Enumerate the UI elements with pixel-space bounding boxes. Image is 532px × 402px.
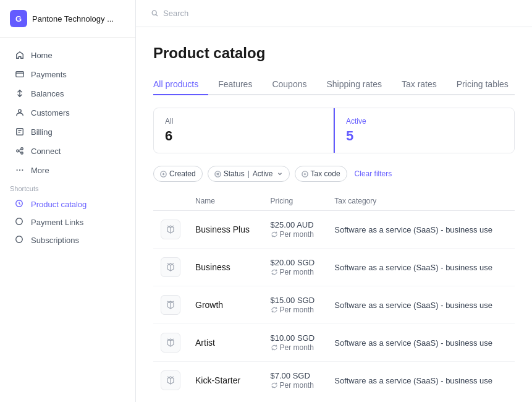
sidebar-item-more[interactable]: More bbox=[5, 161, 130, 179]
product-name: Business Plus bbox=[195, 225, 250, 234]
filter-created[interactable]: Created bbox=[153, 166, 203, 182]
home-icon bbox=[15, 50, 25, 60]
main-content: Search Product catalog All products Feat… bbox=[136, 0, 532, 402]
sidebar-item-customers[interactable]: Customers bbox=[5, 103, 130, 122]
box-icon bbox=[166, 262, 175, 272]
recurring-icon bbox=[271, 268, 278, 276]
tabs-bar: All products Features Coupons Shipping r… bbox=[153, 74, 515, 95]
sidebar-item-connect[interactable]: Connect bbox=[5, 142, 130, 160]
filter-created-label: Created bbox=[169, 169, 196, 178]
tab-coupons[interactable]: Coupons bbox=[262, 74, 316, 95]
sidebar-item-billing[interactable]: Billing bbox=[5, 122, 130, 141]
billing-icon bbox=[15, 127, 25, 137]
search-placeholder: Search bbox=[163, 9, 188, 18]
svg-point-10 bbox=[16, 218, 23, 225]
shortcut-payment-links[interactable]: Payment Links bbox=[5, 213, 130, 231]
pricing-cell: $20.00 SGD Per month bbox=[263, 249, 327, 286]
filter-status-value: Active bbox=[253, 169, 273, 178]
svg-point-11 bbox=[16, 236, 23, 243]
svg-point-1 bbox=[19, 109, 21, 112]
sidebar-item-payments-label: Payments bbox=[31, 70, 67, 79]
app-logo: G bbox=[10, 10, 27, 27]
pricing-sub: Per month bbox=[271, 268, 320, 276]
recurring-icon bbox=[271, 344, 278, 351]
filter-status[interactable]: Status | Active bbox=[208, 166, 290, 182]
payments-icon bbox=[15, 69, 25, 79]
table-row[interactable]: Growth $15.00 SGD Per month Software as … bbox=[153, 286, 515, 324]
tax-category-cell: Software as a service (SaaS) - business … bbox=[327, 324, 515, 362]
sidebar-item-home-label: Home bbox=[31, 51, 53, 60]
pricing-main: $20.00 SGD bbox=[271, 258, 320, 267]
stat-all[interactable]: All 6 bbox=[154, 108, 334, 153]
sidebar-item-more-label: More bbox=[31, 166, 49, 175]
table-row[interactable]: Artist $10.00 SGD Per month Software as … bbox=[153, 324, 515, 362]
stat-active-value: 5 bbox=[346, 128, 503, 144]
sidebar-item-balances-label: Balances bbox=[31, 89, 64, 98]
sidebar-item-home[interactable]: Home bbox=[5, 46, 130, 64]
shortcut-payment-links-label: Payment Links bbox=[31, 218, 83, 227]
svg-rect-0 bbox=[16, 72, 23, 77]
table-row[interactable]: Business $20.00 SGD Per month Software a… bbox=[153, 249, 515, 286]
plus-icon-2 bbox=[302, 171, 308, 177]
shortcut-subscriptions-label: Subscriptions bbox=[31, 236, 79, 245]
pricing-sub: Per month bbox=[271, 381, 320, 390]
customers-icon bbox=[15, 108, 25, 118]
tab-pricing-tables[interactable]: Pricing tables bbox=[447, 74, 518, 95]
main-nav: Home Payments Balances bbox=[0, 38, 135, 402]
box-icon bbox=[166, 375, 175, 385]
box-icon bbox=[166, 338, 175, 348]
payment-links-icon bbox=[15, 217, 25, 227]
tax-category-cell: Software as a service (SaaS) - business … bbox=[327, 249, 515, 286]
sidebar-item-payments[interactable]: Payments bbox=[5, 65, 130, 83]
col-icon-header bbox=[153, 192, 188, 211]
pricing-main: $10.00 SGD bbox=[271, 333, 320, 343]
tab-features[interactable]: Features bbox=[208, 74, 262, 95]
shortcut-product-catalog[interactable]: Product catalog bbox=[5, 195, 130, 213]
plus-icon bbox=[160, 171, 167, 177]
filter-tax-code-label: Tax code bbox=[311, 169, 340, 178]
filter-tax-code[interactable]: Tax code bbox=[295, 166, 347, 182]
stat-all-value: 6 bbox=[165, 128, 322, 144]
product-icon bbox=[161, 333, 180, 353]
chevron-down-icon bbox=[277, 171, 283, 177]
product-name: Business bbox=[195, 262, 230, 272]
tax-category-cell: Software as a service (SaaS) - business … bbox=[327, 362, 515, 400]
product-name: Artist bbox=[195, 338, 215, 348]
pricing-main: $7.00 SGD bbox=[271, 371, 320, 380]
tab-shipping-rates[interactable]: Shipping rates bbox=[316, 74, 392, 95]
tab-all-products[interactable]: All products bbox=[153, 74, 208, 95]
shortcuts-section-label: Shortcuts bbox=[0, 180, 135, 195]
col-name-header: Name bbox=[188, 192, 263, 211]
product-name: Growth bbox=[195, 300, 223, 310]
product-icon bbox=[161, 370, 180, 390]
col-tax-header: Tax category bbox=[327, 192, 515, 211]
pricing-sub: Per month bbox=[271, 306, 320, 314]
clear-filters-button[interactable]: Clear filters bbox=[355, 169, 392, 178]
connect-icon bbox=[15, 146, 25, 156]
tax-category-cell: Software as a service (SaaS) - business … bbox=[327, 286, 515, 324]
shortcut-product-catalog-label: Product catalog bbox=[31, 200, 87, 209]
col-pricing-header: Pricing bbox=[263, 192, 327, 211]
product-icon bbox=[161, 257, 180, 277]
table-row[interactable]: Kick-Starter $7.00 SGD Per month Softwar… bbox=[153, 362, 515, 400]
stat-all-label: All bbox=[165, 117, 322, 126]
product-catalog-icon bbox=[15, 199, 25, 209]
svg-rect-2 bbox=[17, 129, 23, 135]
search-icon bbox=[151, 9, 159, 18]
tab-tax-rates[interactable]: Tax rates bbox=[392, 74, 447, 95]
tax-category-cell: Software as a service (SaaS) - business … bbox=[327, 211, 515, 249]
table-row[interactable]: Business Plus $25.00 AUD Per month Softw… bbox=[153, 211, 515, 249]
stat-active[interactable]: Active 5 bbox=[334, 108, 514, 153]
shortcut-subscriptions[interactable]: Subscriptions bbox=[5, 231, 130, 249]
sidebar-item-connect-label: Connect bbox=[31, 147, 61, 156]
recurring-icon bbox=[271, 231, 278, 238]
balances-icon bbox=[15, 88, 25, 98]
subscriptions-icon bbox=[15, 235, 25, 245]
search-bar[interactable]: Search bbox=[151, 9, 188, 18]
product-icon bbox=[161, 295, 180, 315]
product-icon bbox=[161, 220, 180, 239]
company-name: Pantone Technology ... bbox=[32, 14, 114, 24]
svg-point-5 bbox=[21, 152, 23, 155]
products-table: Name Pricing Tax category Business Plus bbox=[153, 192, 515, 399]
sidebar-item-balances[interactable]: Balances bbox=[5, 84, 130, 103]
